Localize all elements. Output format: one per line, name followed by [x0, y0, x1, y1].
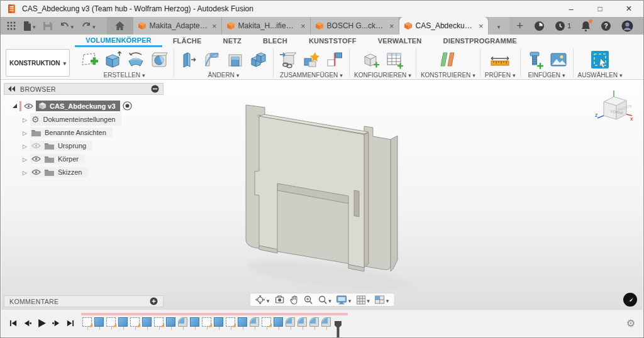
- group-label-aendern[interactable]: ÄNDERN: [208, 72, 240, 79]
- tab-list-chevron-icon[interactable]: [488, 17, 509, 35]
- undo-icon[interactable]: [56, 18, 78, 33]
- joint-origin-icon[interactable]: [325, 50, 345, 70]
- doc-tab-cas-abdeckung-active[interactable]: CAS_Abdeckung v3: [399, 17, 488, 35]
- timeline-feature-sketch[interactable]: [154, 317, 164, 327]
- konstruktion-dropdown-button[interactable]: KONSTRUKTION: [6, 49, 70, 77]
- timeline-feature-extrude[interactable]: [190, 317, 199, 327]
- minimize-icon[interactable]: [557, 1, 586, 17]
- notifications-bell-icon[interactable]: [581, 21, 591, 31]
- timeline-settings-gear-icon[interactable]: [626, 317, 643, 329]
- display-settings-button[interactable]: [336, 294, 352, 305]
- expander-collapsed-icon[interactable]: [23, 155, 27, 163]
- close-icon[interactable]: [614, 1, 643, 17]
- timeline-feature-sketch[interactable]: [226, 317, 235, 327]
- activate-component-radio-icon[interactable]: [123, 101, 132, 111]
- fillet-icon[interactable]: [202, 50, 222, 70]
- timeline-feature-sketch[interactable]: [82, 317, 92, 327]
- step-back-icon[interactable]: [23, 319, 31, 327]
- press-pull-icon[interactable]: [179, 50, 199, 70]
- doc-tab-makita-h[interactable]: Makita_H...ified v3: [222, 17, 311, 35]
- root-component-label-box[interactable]: CAS_Abdeckung v3: [36, 101, 120, 111]
- tab-close-icon[interactable]: [301, 21, 306, 31]
- create-sketch-icon[interactable]: [79, 50, 99, 70]
- timeline-feature-extrude[interactable]: [142, 317, 152, 327]
- look-at-button[interactable]: [274, 295, 284, 304]
- browser-item-koerper[interactable]: Körper: [4, 152, 164, 165]
- timeline-feature-extrude[interactable]: [94, 317, 104, 327]
- viewports-button[interactable]: [375, 294, 389, 305]
- configuration-table-icon[interactable]: [384, 50, 404, 70]
- job-status-clock-icon[interactable]: 1: [555, 21, 571, 31]
- redo-icon[interactable]: [77, 18, 99, 33]
- insert-component-icon[interactable]: [278, 50, 298, 70]
- timeline-feature-sketch[interactable]: [106, 317, 116, 327]
- zoom-button[interactable]: [303, 295, 313, 305]
- eye-visible-icon[interactable]: [31, 169, 41, 175]
- step-forward-icon[interactable]: [52, 319, 60, 327]
- play-icon[interactable]: [37, 319, 47, 328]
- go-to-start-icon[interactable]: [9, 319, 18, 327]
- timeline-rollback-bar[interactable]: [81, 313, 348, 315]
- tab-close-icon[interactable]: [212, 21, 217, 31]
- extrude-icon[interactable]: [103, 50, 123, 70]
- combine-icon[interactable]: [248, 50, 269, 70]
- select-icon[interactable]: [589, 50, 611, 70]
- ribbon-tab-dienstprogramme[interactable]: DIENSTPROGRAMME: [433, 35, 528, 47]
- extension-manager-icon[interactable]: [534, 21, 545, 31]
- group-label-auswaehlen[interactable]: AUSWÄHLEN: [578, 72, 623, 79]
- insert-canvas-icon[interactable]: [548, 50, 569, 70]
- comments-bar[interactable]: KOMMENTARE: [4, 295, 164, 307]
- ribbon-tab-kunststoff[interactable]: KUNSTSTOFF: [298, 35, 367, 47]
- timeline-feature-extrude[interactable]: [214, 317, 223, 327]
- new-tab-icon[interactable]: [509, 17, 531, 35]
- ribbon-tab-volumenkoerper[interactable]: VOLUMENKÖRPER: [75, 35, 162, 47]
- eye-hidden-icon[interactable]: [31, 143, 41, 149]
- timeline-feature-extrude[interactable]: [274, 317, 283, 327]
- expander-collapsed-icon[interactable]: [23, 168, 27, 176]
- orbit-button[interactable]: [255, 294, 270, 305]
- go-to-end-icon[interactable]: [66, 319, 74, 327]
- expander-expanded-icon[interactable]: [13, 104, 17, 108]
- user-avatar[interactable]: [621, 20, 633, 32]
- timeline-feature-fillet[interactable]: [297, 317, 307, 327]
- timeline-feature-extrude[interactable]: [118, 317, 128, 327]
- browser-item-ursprung[interactable]: Ursprung: [4, 139, 164, 152]
- timeline-feature-extrude[interactable]: [166, 317, 175, 327]
- doc-tab-makita-adapter3[interactable]: Makita_Adapter3 v3*: [133, 17, 222, 35]
- construction-plane-icon[interactable]: [437, 50, 458, 70]
- browser-root-component[interactable]: CAS_Abdeckung v3: [4, 99, 164, 112]
- measure-icon[interactable]: [489, 50, 511, 70]
- help-icon[interactable]: ?: [601, 21, 611, 31]
- tab-close-icon[interactable]: [389, 21, 394, 31]
- revolve-icon[interactable]: [126, 50, 146, 70]
- group-label-konstruieren[interactable]: KONSTRUIEREN: [421, 72, 475, 79]
- pan-button[interactable]: [289, 295, 298, 305]
- expander-collapsed-icon[interactable]: [23, 129, 27, 136]
- tab-close-icon[interactable]: [479, 21, 484, 31]
- save-icon[interactable]: [40, 18, 56, 33]
- browser-item-skizzen[interactable]: Skizzen: [4, 165, 164, 178]
- app-grid-icon[interactable]: [3, 18, 19, 33]
- file-menu-icon[interactable]: [19, 18, 40, 33]
- ribbon-tab-flaeche[interactable]: FLÄCHE: [162, 35, 213, 47]
- eye-visible-icon[interactable]: [24, 103, 33, 109]
- home-button[interactable]: [107, 17, 133, 35]
- panel-minus-icon[interactable]: [151, 85, 159, 93]
- zoom-fit-button[interactable]: [318, 294, 331, 305]
- ribbon-tab-verwalten[interactable]: VERWALTEN: [367, 35, 433, 47]
- ribbon-tab-blech[interactable]: BLECH: [252, 35, 298, 47]
- group-label-einfuegen[interactable]: EINFÜGEN: [528, 72, 565, 79]
- assistant-chat-button[interactable]: [623, 293, 637, 307]
- timeline-feature-fillet[interactable]: [250, 317, 259, 327]
- timeline-feature-sketch[interactable]: [202, 317, 211, 327]
- ribbon-tab-netz[interactable]: NETZ: [212, 35, 252, 47]
- hole-icon[interactable]: [149, 50, 169, 70]
- timeline-feature-sketch[interactable]: [262, 317, 271, 327]
- group-label-pruefen[interactable]: PRÜFEN: [485, 72, 516, 79]
- modeling-canvas[interactable]: BROWSER CAS_Abdeckung v3 Dokumenteinstel…: [1, 80, 643, 309]
- timeline-feature-fillet[interactable]: [178, 317, 187, 327]
- timeline-position-marker[interactable]: [335, 321, 341, 337]
- expander-collapsed-icon[interactable]: [23, 142, 27, 150]
- doc-tab-bosch[interactable]: BOSCH G...ckel v1: [311, 17, 399, 35]
- timeline-feature-fillet[interactable]: [321, 317, 331, 327]
